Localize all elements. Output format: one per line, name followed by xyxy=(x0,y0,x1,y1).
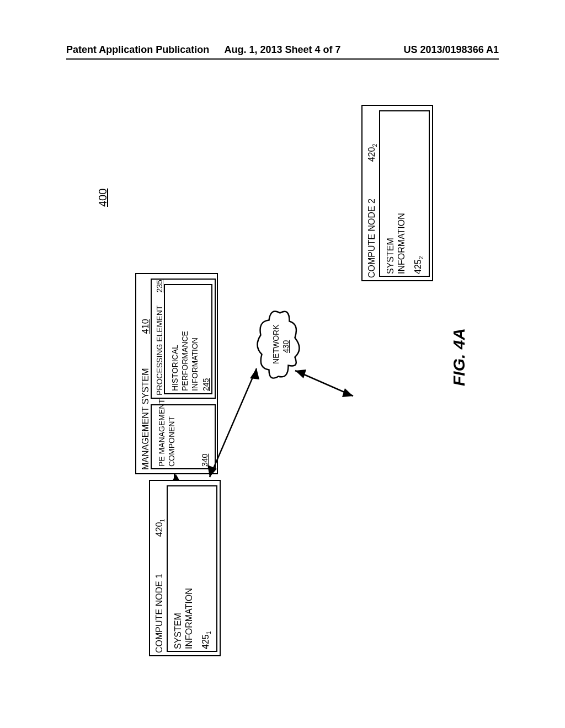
svg-marker-2 xyxy=(207,465,217,477)
pemc-line1: PE MANAGEMENT xyxy=(157,399,166,467)
compute-node-1-box: COMPUTE NODE 1 4201 SYSTEM INFORMATION 4… xyxy=(149,480,221,656)
page: Patent Application Publication Aug. 1, 2… xyxy=(0,0,565,728)
header-rule xyxy=(66,58,499,60)
processing-element-title: PROCESSING ELEMENT 235 xyxy=(155,280,164,395)
node2-sys-line1: SYSTEM xyxy=(386,238,396,274)
node2-system-info-box: SYSTEM INFORMATION 4252 xyxy=(379,110,430,277)
network-title: NETWORK xyxy=(271,324,280,364)
header-center: Aug. 1, 2013 Sheet 4 of 7 xyxy=(224,44,340,56)
node2-sys-line2: INFORMATION xyxy=(397,213,407,274)
svg-marker-4 xyxy=(295,370,306,378)
svg-marker-1 xyxy=(250,368,259,379)
diagram-canvas: 400 MANAGEMENT SYSTEM 410 PROCESSING ELE… xyxy=(52,88,513,673)
compute-node-2-title: COMPUTE NODE 2 4202 xyxy=(367,144,378,278)
svg-line-0 xyxy=(210,368,257,477)
node2-sys-ref: 4252 xyxy=(413,256,424,274)
header-left: Patent Application Publication xyxy=(66,44,209,56)
svg-marker-5 xyxy=(342,388,353,397)
network-cloud: NETWORK 430 xyxy=(243,320,317,370)
compute-node-2-box: COMPUTE NODE 2 4202 SYSTEM INFORMATION 4… xyxy=(361,105,433,281)
pemc-line2: COMPONENT xyxy=(167,416,176,467)
management-system-title: MANAGEMENT SYSTEM 410 xyxy=(141,319,151,470)
node1-sys-ref: 4251 xyxy=(201,631,212,649)
node1-sys-line1: SYSTEM xyxy=(173,613,183,649)
compute-node-1-title: COMPUTE NODE 1 4201 xyxy=(154,519,166,653)
hpi-line1: HISTORICAL xyxy=(170,345,179,391)
diagram-ref: 400 xyxy=(97,189,109,207)
network-ref: 430 xyxy=(281,340,290,353)
header-right: US 2013/0198366 A1 xyxy=(404,44,499,56)
node1-sys-line2: INFORMATION xyxy=(184,588,194,649)
figure-caption: FIG. 4A xyxy=(450,328,468,386)
hpi-line2: PERFORMANCE xyxy=(180,331,189,391)
node1-system-info-box: SYSTEM INFORMATION 4251 xyxy=(167,485,217,652)
